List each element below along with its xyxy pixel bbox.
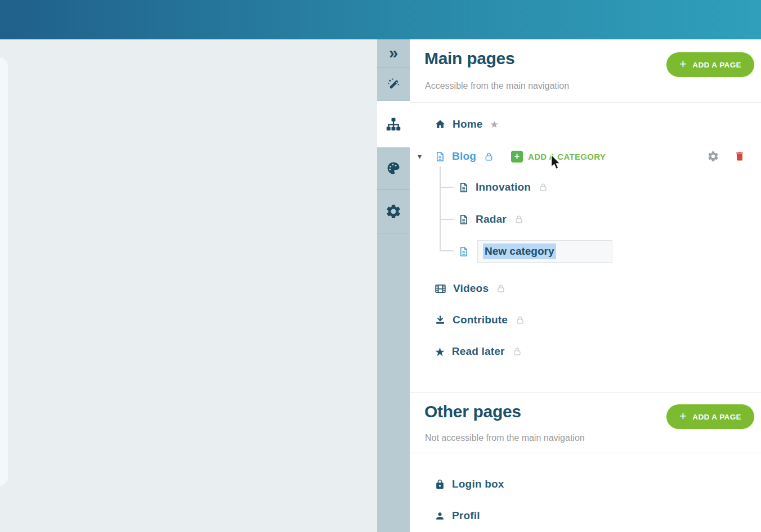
gear-icon xyxy=(385,203,402,220)
category-row-innovation[interactable]: Innovation xyxy=(410,177,761,197)
trash-icon xyxy=(734,151,745,162)
lock-icon xyxy=(512,346,522,357)
add-category-button[interactable]: + ADD A CATEGORY xyxy=(511,151,606,163)
other-pages-subtitle: Not accessible from the main navigation xyxy=(425,433,585,443)
add-page-button-main[interactable]: + ADD A PAGE xyxy=(666,52,754,77)
selected-input-text: New category xyxy=(483,244,556,259)
category-row-new-editing: New category xyxy=(410,240,761,263)
film-icon xyxy=(435,283,446,295)
plus-icon: + xyxy=(511,151,523,163)
add-page-button-other[interactable]: + ADD A PAGE xyxy=(666,404,754,429)
caret-down-icon[interactable]: ▾ xyxy=(418,152,422,160)
page-label: Login box xyxy=(452,478,504,490)
sidebar-filler xyxy=(377,233,410,532)
top-bar xyxy=(0,0,761,39)
add-category-label: ADD A CATEGORY xyxy=(528,152,606,161)
double-chevron-right-icon: » xyxy=(389,45,398,61)
sidebar-item-settings[interactable] xyxy=(377,190,410,233)
sidebar-item-design[interactable] xyxy=(377,147,410,190)
category-label: Innovation xyxy=(476,181,531,193)
palette-icon xyxy=(386,160,401,176)
category-row-radar[interactable]: Radar xyxy=(410,209,761,229)
gear-icon xyxy=(707,150,719,163)
page-row-videos[interactable]: Videos xyxy=(410,278,761,299)
page-row-read-later[interactable]: ★ Read later xyxy=(410,341,761,362)
app-window: » xyxy=(0,0,761,532)
homepage-star-icon: ★ xyxy=(490,120,499,129)
sidebar-item-pages-active[interactable] xyxy=(377,101,410,147)
magic-wand-icon xyxy=(386,77,401,92)
divider xyxy=(410,392,761,393)
document-icon xyxy=(458,246,469,257)
background-card-edge xyxy=(0,57,8,486)
document-icon xyxy=(458,182,469,193)
new-category-input[interactable]: New category xyxy=(477,240,612,263)
lock-icon xyxy=(435,479,445,490)
page-settings-button[interactable] xyxy=(707,150,719,163)
page-row-contribute[interactable]: Contribute xyxy=(410,310,761,330)
tool-sidebar: » xyxy=(377,39,410,532)
sitemap-icon xyxy=(385,116,402,133)
add-page-label: ADD A PAGE xyxy=(692,61,741,69)
plus-icon: + xyxy=(679,58,687,70)
sidebar-item-wizard[interactable] xyxy=(377,67,410,101)
divider xyxy=(410,102,761,103)
page-label: Contribute xyxy=(453,314,508,326)
row-actions xyxy=(707,150,745,163)
add-page-label: ADD A PAGE xyxy=(692,413,741,421)
page-row-profil[interactable]: Profil xyxy=(410,506,761,526)
page-label: Read later xyxy=(452,345,505,358)
download-icon xyxy=(435,314,446,326)
page-label: Blog xyxy=(452,150,476,163)
page-row-login-box[interactable]: Login box xyxy=(410,474,761,494)
page-row-blog[interactable]: ▾ Blog + ADD A CATEGORY xyxy=(410,146,761,166)
divider xyxy=(410,453,761,453)
document-icon xyxy=(458,214,469,225)
lock-icon xyxy=(514,214,524,224)
lock-icon xyxy=(496,283,506,294)
pages-panel: Main pages Accessible from the main navi… xyxy=(410,39,761,532)
lock-icon xyxy=(484,151,494,162)
page-label: Profil xyxy=(452,510,480,522)
page-label: Videos xyxy=(453,282,489,295)
other-pages-title: Other pages xyxy=(424,402,521,422)
page-row-home[interactable]: Home ★ xyxy=(410,114,761,134)
page-label: Home xyxy=(453,118,483,130)
lock-icon xyxy=(538,182,548,192)
delete-page-button[interactable] xyxy=(734,151,745,162)
star-icon: ★ xyxy=(435,346,445,358)
collapse-sidebar-button[interactable]: » xyxy=(377,39,410,67)
person-icon xyxy=(435,511,445,521)
plus-icon: + xyxy=(679,410,687,422)
document-icon xyxy=(435,151,445,162)
lock-icon xyxy=(515,315,525,325)
main-pages-title: Main pages xyxy=(424,48,514,69)
main-pages-subtitle: Accessible from the main navigation xyxy=(425,81,569,91)
category-label: Radar xyxy=(476,213,507,226)
home-icon xyxy=(435,119,446,130)
